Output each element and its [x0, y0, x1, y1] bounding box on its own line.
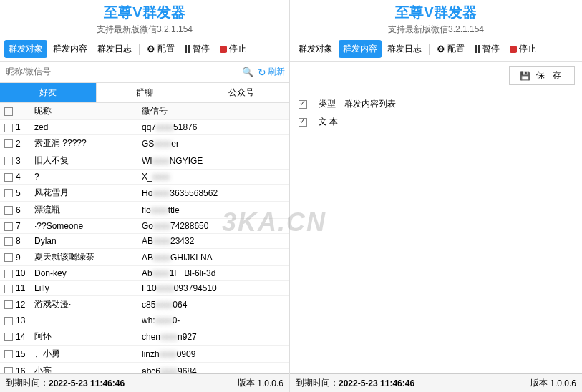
table-row[interactable]: 7·??SomeoneGoxxxx74288650	[0, 219, 289, 234]
row-checkbox[interactable]	[4, 367, 13, 373]
row-checkbox[interactable]	[4, 124, 13, 132]
stop-label: 停止	[519, 43, 536, 55]
row-checkbox[interactable]	[4, 317, 13, 325]
table-row[interactable]: 16小亮abc6xxxx9684	[0, 363, 289, 374]
separator	[429, 44, 430, 55]
version-label-right: 版本	[530, 377, 548, 389]
save-button[interactable]: 保 存	[509, 66, 575, 85]
row-checkbox[interactable]	[4, 300, 13, 309]
row-nickname: 夏天就该喝绿茶	[30, 249, 137, 266]
subtab-official[interactable]: 公众号	[193, 83, 289, 102]
stop-label: 停止	[229, 43, 246, 55]
table-row[interactable]: 5风花雪月Hoxxxx3635568562	[0, 185, 289, 202]
table-row[interactable]: 11LillyF10xxxx093794510	[0, 281, 289, 296]
table-row[interactable]: 1zedqq7xxxx51876	[0, 120, 289, 135]
table-row[interactable]: 15、小勇linzhxxxx0909	[0, 346, 289, 363]
pause-label: 暂停	[193, 43, 210, 55]
row-nickname: Lilly	[30, 281, 137, 296]
row-checkbox[interactable]	[4, 350, 13, 358]
version-value-right: 1.0.0.6	[550, 378, 576, 388]
table-row[interactable]: 3旧人不复WIxxxxNGYIGE	[0, 152, 289, 170]
type-label: 类型	[319, 98, 336, 110]
pause-button-left[interactable]: 暂停	[180, 40, 214, 58]
select-all-checkbox[interactable]	[4, 107, 13, 116]
row-checkbox[interactable]	[4, 189, 13, 197]
table-row[interactable]: 6漂流瓶floxxxxttle	[0, 202, 289, 219]
subtab-groups[interactable]: 群聊	[97, 83, 193, 102]
table-row[interactable]: 13wh:xxxx0-	[0, 313, 289, 328]
gear-icon	[437, 44, 445, 54]
stop-icon	[220, 46, 227, 53]
row-nickname: zed	[30, 120, 137, 135]
row-nickname: ?	[30, 170, 137, 185]
tab-content-left[interactable]: 群发内容	[49, 40, 92, 58]
toolbar-left: 群发对象 群发内容 群发日志 配置 暂停 停止	[0, 37, 289, 62]
text-checkbox[interactable]	[299, 118, 307, 127]
table-row[interactable]: 10Don-keyAbxxxx1F_Bl-6li-3d	[0, 266, 289, 281]
row-nickname: 阿怀	[30, 328, 137, 346]
config-button-left[interactable]: 配置	[142, 40, 179, 58]
pause-button-right[interactable]: 暂停	[470, 40, 504, 58]
expire-label-left: 到期时间：	[6, 377, 49, 389]
contacts-table: 昵称 微信号 1zedqq7xxxx518762索亚润 ?????GSxxxxe…	[0, 103, 289, 373]
col-wxid: 微信号	[137, 103, 289, 120]
row-checkbox[interactable]	[4, 333, 13, 341]
tab-log-left[interactable]: 群发日志	[93, 40, 136, 58]
config-button-right[interactable]: 配置	[432, 40, 469, 58]
content-list-title: 群发内容列表	[344, 98, 396, 110]
row-checkbox[interactable]	[4, 270, 13, 278]
expire-label-right: 到期时间：	[296, 377, 339, 389]
config-label: 配置	[447, 43, 465, 55]
table-row[interactable]: 8DylanABxxxx23432	[0, 234, 289, 249]
row-wxid: ABxxxx23432	[137, 234, 289, 249]
table-row[interactable]: 14阿怀chenxxxxn927	[0, 328, 289, 346]
subtab-friends[interactable]: 好友	[0, 83, 97, 102]
table-row[interactable]: 9夏天就该喝绿茶ABxxxxGHIJKLNA	[0, 249, 289, 266]
row-wxid: c85xxxx064	[137, 296, 289, 313]
search-icon[interactable]	[242, 67, 253, 77]
app-title-left: 至尊V群发器	[0, 3, 289, 22]
table-row[interactable]: 4?X_xxxx	[0, 170, 289, 185]
row-wxid: Abxxxx1F_Bl-6li-3d	[137, 266, 289, 281]
refresh-button[interactable]: 刷新	[258, 66, 285, 78]
type-checkbox[interactable]	[299, 100, 307, 109]
table-row[interactable]: 12游戏动漫·c85xxxx064	[0, 296, 289, 313]
tab-target-right[interactable]: 群发对象	[294, 40, 337, 58]
stop-button-left[interactable]: 停止	[215, 40, 251, 58]
search-input[interactable]	[4, 64, 238, 79]
row-nickname: 、小勇	[30, 346, 137, 363]
row-checkbox[interactable]	[4, 222, 13, 231]
row-checkbox[interactable]	[4, 237, 13, 246]
row-checkbox[interactable]	[4, 173, 13, 182]
table-row[interactable]: 2索亚润 ?????GSxxxxer	[0, 135, 289, 152]
tab-content-right[interactable]: 群发内容	[339, 40, 382, 58]
row-wxid: X_xxxx	[137, 170, 289, 185]
row-wxid: abc6xxxx9684	[137, 363, 289, 374]
pause-icon	[475, 45, 480, 53]
tab-target-left[interactable]: 群发对象	[4, 40, 47, 58]
row-nickname: 索亚润 ?????	[30, 135, 137, 152]
row-nickname: 旧人不复	[30, 152, 137, 170]
save-label: 保 存	[536, 69, 564, 82]
row-nickname: Don-key	[30, 266, 137, 281]
row-wxid: Hoxxxx3635568562	[137, 185, 289, 202]
tab-log-right[interactable]: 群发日志	[383, 40, 426, 58]
row-nickname: 小亮	[30, 363, 137, 374]
row-checkbox[interactable]	[4, 157, 13, 165]
row-wxid: linzhxxxx0909	[137, 346, 289, 363]
stop-button-right[interactable]: 停止	[505, 40, 540, 58]
row-checkbox[interactable]	[4, 139, 13, 148]
row-checkbox[interactable]	[4, 206, 13, 215]
row-wxid: floxxxxttle	[137, 202, 289, 219]
row-wxid: qq7xxxx51876	[137, 120, 289, 135]
refresh-label: 刷新	[268, 66, 285, 78]
row-nickname: 漂流瓶	[30, 202, 137, 219]
row-checkbox[interactable]	[4, 253, 13, 262]
pause-icon	[185, 45, 190, 53]
stop-icon	[510, 46, 517, 53]
row-wxid: chenxxxxn927	[137, 328, 289, 346]
row-nickname	[30, 313, 137, 328]
row-checkbox[interactable]	[4, 285, 13, 293]
config-label: 配置	[157, 43, 175, 55]
col-nickname: 昵称	[30, 103, 137, 120]
